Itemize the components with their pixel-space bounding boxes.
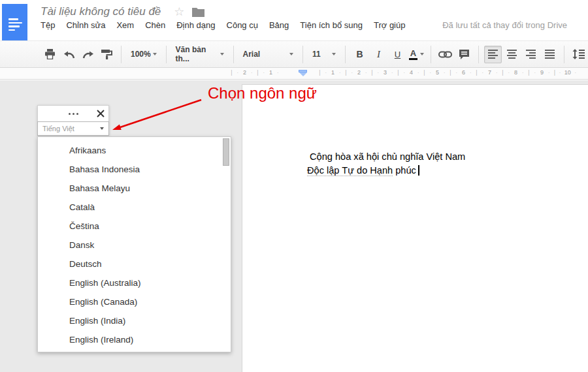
ruler-segment: |·1·	[317, 69, 343, 76]
ruler-segment: |·7·	[474, 69, 500, 76]
document-page[interactable]: Cộng hòa xã hội chủ nghĩa Việt Nam Độc l…	[242, 84, 588, 372]
font-size-select[interactable]: 11	[308, 46, 340, 63]
chevron-down-icon	[420, 53, 424, 55]
paint-roller-icon	[101, 49, 112, 59]
language-option[interactable]: English (Canada)	[38, 292, 231, 311]
menu-item[interactable]: Định dạng	[176, 20, 215, 30]
toolbar-separator	[302, 46, 303, 63]
scrollbar-thumb[interactable]	[223, 138, 229, 166]
menu-item[interactable]: Chèn	[145, 20, 165, 30]
save-status[interactable]: Đã lưu tất cả thay đổi trong Drive	[442, 20, 567, 30]
ruler-number: 2	[243, 69, 246, 76]
align-right-button[interactable]	[522, 46, 540, 63]
ruler-segment: |·9·	[526, 69, 552, 76]
line-spacing-button[interactable]	[570, 46, 587, 63]
ruler-left-numbers: |·2·|·1·	[229, 69, 281, 76]
language-option[interactable]: English (Ireland)	[38, 330, 231, 349]
document-title[interactable]: Tài liệu không có tiêu đề	[41, 5, 161, 18]
language-dropdown-value: Tiếng Việt	[42, 125, 74, 132]
toolbar-separator	[478, 46, 479, 63]
toolbar-separator	[431, 46, 431, 63]
ruler-right-numbers: |·1·|·2·|·3·|·4·|·5·|·6·|·7·|·8·|·9·|·10…	[317, 69, 578, 76]
menu-item[interactable]: Xem	[116, 20, 134, 30]
ruler-number: 5	[436, 69, 439, 76]
align-center-button[interactable]	[503, 46, 521, 63]
italic-icon: I	[377, 49, 380, 60]
header-main: Tài liệu không có tiêu đề ☆ TệpChỉnh sửa…	[0, 0, 588, 30]
language-option[interactable]: Bahasa Melayu	[38, 179, 231, 198]
print-icon	[44, 49, 56, 59]
language-option[interactable]: Čeština	[38, 217, 231, 236]
menu-item[interactable]: Tiện ích bổ sung	[300, 20, 363, 30]
align-left-button[interactable]	[484, 46, 502, 63]
chevron-down-icon	[220, 53, 224, 55]
language-option[interactable]: Dansk	[38, 236, 231, 255]
language-option[interactable]: Català	[38, 198, 231, 217]
folder-icon[interactable]	[192, 7, 204, 17]
menu-item[interactable]: Trợ giúp	[374, 20, 406, 30]
chevron-down-icon	[153, 53, 157, 55]
ruler-number: 10	[564, 69, 571, 76]
toolbar: 100% Văn bản th... Arial 11 B I U	[0, 40, 588, 68]
underline-button[interactable]: U	[389, 46, 406, 63]
menu-item[interactable]: Tệp	[41, 20, 55, 30]
text-color-button[interactable]: A	[408, 46, 425, 63]
paragraph-style-select[interactable]: Văn bản th...	[171, 46, 229, 63]
language-options: AfrikaansBahasa IndonesiaBahasa MelayuCa…	[38, 141, 231, 349]
docs-logo[interactable]	[2, 4, 27, 40]
underline-icon: U	[395, 50, 400, 59]
line-spacing-icon	[572, 49, 585, 59]
title-row: Tài liệu không có tiêu đề ☆	[41, 0, 588, 18]
bold-button[interactable]: B	[351, 46, 368, 63]
menu-row: TệpChỉnh sửaXemChènĐịnh dạngCông cụBảngT…	[41, 20, 588, 30]
language-option[interactable]: Afrikaans	[38, 141, 231, 160]
language-option[interactable]: English (India)	[38, 311, 231, 330]
ruler-segment: |·2·	[229, 69, 255, 76]
bold-icon: B	[356, 49, 363, 59]
redo-button[interactable]	[79, 46, 97, 63]
undo-button[interactable]	[60, 46, 78, 63]
insert-comment-button[interactable]	[455, 46, 473, 63]
ruler-number: 8	[514, 69, 517, 76]
document-text[interactable]: Cộng hòa xã hội chủ nghĩa Việt Nam Độc l…	[310, 150, 465, 178]
star-icon[interactable]: ☆	[174, 6, 184, 18]
language-dropdown[interactable]: Tiếng Việt	[37, 121, 109, 136]
close-icon[interactable]	[96, 109, 105, 118]
zoom-select[interactable]: 100%	[126, 46, 161, 63]
indent-marker[interactable]	[299, 70, 307, 76]
italic-button[interactable]: I	[370, 46, 387, 63]
document-canvas: Cộng hòa xã hội chủ nghĩa Việt Nam Độc l…	[0, 80, 588, 372]
more-options-icon[interactable]	[69, 113, 78, 115]
ruler-number: 4	[410, 69, 413, 76]
menu-item[interactable]: Chỉnh sửa	[66, 20, 105, 30]
insert-link-button[interactable]	[436, 46, 454, 63]
comment-icon	[459, 49, 470, 59]
zoom-value: 100%	[131, 50, 151, 59]
header: Tài liệu không có tiêu đề ☆ TệpChỉnh sửa…	[0, 0, 588, 40]
ruler-number: 2	[357, 69, 361, 76]
ruler-number: 6	[462, 69, 465, 76]
link-icon	[438, 51, 452, 58]
ruler-segment: |·1·	[255, 69, 281, 76]
menu-item[interactable]: Bảng	[269, 20, 289, 30]
ruler-number: 1	[331, 69, 335, 76]
font-size-value: 11	[312, 50, 321, 59]
ruler-segment: |·5·	[421, 69, 448, 76]
ruler[interactable]: |·2·|·1· |·1·|·2·|·3·|·4·|·5·|·6·|·7·|·8…	[0, 68, 588, 80]
language-option[interactable]: Deutsch	[38, 255, 231, 273]
text-line-2-rest: phúc	[393, 165, 416, 176]
paint-format-button[interactable]	[98, 46, 116, 63]
text-cursor	[418, 165, 419, 176]
justify-button[interactable]	[541, 46, 559, 63]
toolbar-separator	[345, 46, 346, 63]
ruler-number: 7	[488, 69, 491, 76]
menu-item[interactable]: Công cụ	[227, 20, 258, 30]
menu-bar: TệpChỉnh sửaXemChènĐịnh dạngCông cụBảngT…	[41, 20, 405, 30]
text-color-icon: A	[409, 49, 417, 60]
language-option[interactable]: Bahasa Indonesia	[38, 160, 231, 179]
toolbar-separator	[233, 46, 234, 63]
print-button[interactable]	[41, 46, 59, 63]
language-option[interactable]: English (Australia)	[38, 273, 231, 292]
language-list-popup: AfrikaansBahasa IndonesiaBahasa MelayuCa…	[37, 136, 231, 352]
font-family-select[interactable]: Arial	[238, 46, 298, 63]
